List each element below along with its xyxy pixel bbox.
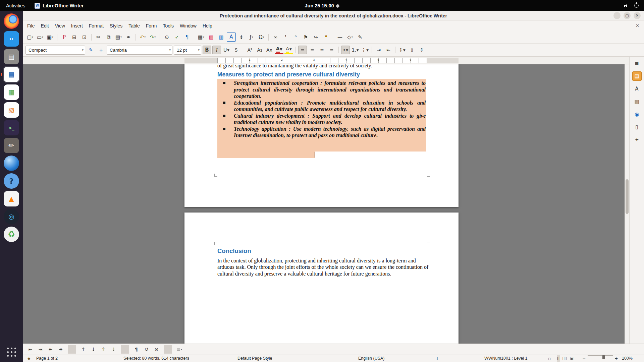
- copy-icon[interactable]: ⧉: [104, 33, 113, 42]
- bullets-numbering-dialog-icon[interactable]: ≣ ▾: [175, 345, 183, 354]
- paragraph-style-combo[interactable]: Compact ▾: [25, 46, 85, 55]
- insert-field-icon[interactable]: ƒ ▾: [247, 33, 256, 42]
- page-2[interactable]: [184, 213, 459, 344]
- menu-edit[interactable]: Edit: [38, 20, 52, 31]
- vscode-icon[interactable]: ‹›: [4, 31, 19, 47]
- paste-icon[interactable]: ▤ ▾: [114, 33, 123, 42]
- move-down-icon[interactable]: ↓: [89, 345, 98, 354]
- menu-help[interactable]: Help: [200, 20, 215, 31]
- insert-footnote-icon[interactable]: ¹: [281, 33, 290, 42]
- book-view-icon[interactable]: ▣: [570, 355, 574, 362]
- maximize-button[interactable]: ▢: [624, 12, 631, 19]
- terminal-icon[interactable]: >_: [4, 120, 19, 135]
- undo-icon[interactable]: ↶ ▾: [138, 33, 147, 42]
- titlebar[interactable]: Protection and inheritance of cultural d…: [23, 11, 644, 20]
- insert-bookmark-icon[interactable]: ⚑: [301, 33, 310, 42]
- insert-endnote-icon[interactable]: ⁿ: [291, 33, 300, 42]
- align-right-button[interactable]: ≡: [318, 46, 326, 54]
- menu-format[interactable]: Format: [86, 20, 107, 31]
- ordered-list-button[interactable]: 1. ▾: [351, 46, 360, 54]
- subscript-button[interactable]: A₂: [255, 46, 264, 54]
- zoom-in-button[interactable]: +: [614, 355, 618, 362]
- redo-icon[interactable]: ↷ ▾: [148, 33, 157, 42]
- page-count-status[interactable]: Page 1 of 2: [36, 355, 58, 362]
- zoom-slider-thumb[interactable]: [602, 355, 605, 359]
- conclusion-paragraph[interactable]: In the context of globalization, protect…: [217, 257, 429, 277]
- align-justify-button[interactable]: ≡: [327, 46, 336, 54]
- styles-deck-icon[interactable]: A: [632, 84, 642, 94]
- menu-file[interactable]: File: [24, 20, 38, 31]
- gimp-icon[interactable]: ✏: [4, 138, 19, 153]
- conclusion-heading[interactable]: Conclusion: [217, 247, 251, 255]
- increase-paragraph-spacing-button[interactable]: ⇧: [408, 46, 416, 54]
- align-center-button[interactable]: ≡: [308, 46, 317, 54]
- special-character-icon[interactable]: Ω ▾: [257, 33, 266, 42]
- insert-image-icon[interactable]: ▨: [207, 33, 216, 42]
- list-item[interactable]: ■ Educational popularization : Promote m…: [217, 100, 426, 113]
- language-status[interactable]: English (USA): [358, 355, 385, 362]
- show-draw-functions-icon[interactable]: ✎: [356, 33, 365, 42]
- decrease-paragraph-spacing-button[interactable]: ⇩: [417, 46, 426, 54]
- document-canvas[interactable]: of great significance to maintaining the…: [23, 64, 625, 344]
- insert-hyperlink-icon[interactable]: ∞: [271, 33, 280, 42]
- find-replace-icon[interactable]: ⊙: [162, 33, 171, 42]
- restart-numbering-icon[interactable]: ↺: [142, 345, 151, 354]
- help-icon[interactable]: ?: [4, 173, 19, 189]
- print-preview-icon[interactable]: ⊡: [80, 33, 89, 42]
- body-text-line[interactable]: of great significance to maintaining the…: [217, 64, 428, 69]
- new-document-icon[interactable]: ▢ ▾: [25, 33, 35, 42]
- minimize-button[interactable]: –: [613, 12, 621, 19]
- menu-styles[interactable]: Styles: [107, 20, 125, 31]
- horizontal-ruler[interactable]: 1 2 3 4 5 6: [23, 57, 629, 64]
- firefox-icon[interactable]: [4, 13, 19, 29]
- close-document-button[interactable]: ✕: [636, 23, 639, 28]
- insert-chart-icon[interactable]: ▥: [217, 33, 226, 42]
- superscript-button[interactable]: A²: [246, 46, 254, 54]
- selected-list-block[interactable]: ■ Strengthen international cooperation :…: [217, 79, 426, 158]
- style-inspector-deck-icon[interactable]: ✦: [632, 135, 642, 144]
- properties-deck-icon[interactable]: ▤: [632, 71, 642, 81]
- menu-insert[interactable]: Insert: [68, 20, 86, 31]
- clear-formatting-button[interactable]: Ax: [265, 46, 274, 54]
- insert-mode-indicator[interactable]: I: [436, 355, 439, 362]
- decrease-indent-button[interactable]: ⇤: [384, 46, 393, 54]
- multi-page-view-icon[interactable]: ▯▯: [562, 355, 567, 362]
- page-style-status[interactable]: Default Page Style: [237, 355, 272, 362]
- cut-icon[interactable]: ✂: [94, 33, 103, 42]
- formatting-marks-icon[interactable]: ¶: [182, 33, 192, 42]
- highlight-color-button[interactable]: A ▾: [284, 46, 293, 54]
- align-left-button[interactable]: ≡: [298, 46, 307, 54]
- demote-outline-level-icon[interactable]: ⇥: [36, 345, 45, 354]
- export-pdf-icon[interactable]: P: [60, 33, 69, 42]
- promote-with-subpoints-icon[interactable]: ↞: [46, 345, 55, 354]
- list-item[interactable]: ■ Technology application : Use modern te…: [217, 126, 426, 139]
- horizontal-line-icon[interactable]: —: [335, 33, 344, 42]
- font-color-button[interactable]: A ▾: [275, 46, 283, 54]
- show-applications-button[interactable]: [4, 344, 19, 360]
- files-icon[interactable]: ▤: [4, 49, 19, 64]
- line-spacing-button[interactable]: ↕ ▾: [398, 46, 407, 54]
- update-style-icon[interactable]: ✎: [87, 46, 95, 54]
- word-count-status[interactable]: Selected: 80 words, 614 characters: [123, 355, 189, 362]
- new-style-icon[interactable]: +: [97, 46, 105, 54]
- move-down-with-subpoints-icon[interactable]: ⇓: [109, 345, 118, 354]
- software-updater-icon[interactable]: ♻: [4, 227, 19, 242]
- close-button[interactable]: ✕: [634, 12, 641, 19]
- page-deck-icon[interactable]: ▯: [632, 122, 642, 132]
- open-file-icon[interactable]: ▭ ▾: [36, 33, 45, 42]
- insert-table-icon[interactable]: ▦ ▾: [197, 33, 206, 42]
- strikethrough-button[interactable]: S: [232, 46, 240, 54]
- libreoffice-calc-icon[interactable]: ▦: [4, 84, 19, 100]
- menu-window[interactable]: Window: [177, 20, 200, 31]
- zoom-slider[interactable]: [588, 355, 613, 356]
- basic-shapes-icon[interactable]: ◇ ▾: [345, 33, 355, 42]
- clock-button[interactable]: Jun 25 15:00: [305, 3, 339, 8]
- focused-app-indicator[interactable]: W LibreOffice Writer: [31, 3, 87, 9]
- no-list-icon[interactable]: ⊘: [152, 345, 161, 354]
- section-heading[interactable]: Measures to protect and preserve cultura…: [217, 71, 360, 78]
- libreoffice-writer-icon[interactable]: ▤: [4, 67, 19, 82]
- navigator-deck-icon[interactable]: ◉: [632, 110, 642, 119]
- list-item[interactable]: ■ Strengthen international cooperation :…: [217, 80, 426, 100]
- insert-unnumbered-entry-icon[interactable]: ¶: [132, 345, 141, 354]
- list-item[interactable]: ■ Cultural industry development : Suppor…: [217, 113, 426, 126]
